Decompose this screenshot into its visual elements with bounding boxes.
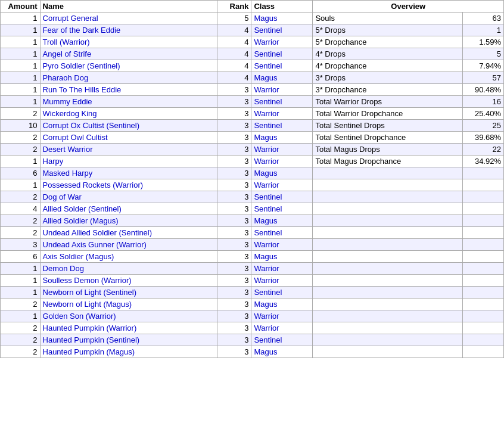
cell-class: Warrior bbox=[251, 263, 313, 275]
table-row: 4Allied Solder (Sentinel)3Sentinel bbox=[1, 203, 504, 215]
cell-name: Pyro Soldier (Sentinel) bbox=[40, 60, 217, 72]
cell-name: Allied Soldier (Magus) bbox=[40, 215, 217, 227]
cell-amount: 1 bbox=[1, 48, 41, 60]
cell-class: Sentinel bbox=[251, 60, 313, 72]
cell-overview-value: 25.40% bbox=[463, 108, 504, 120]
cell-name: Harpy bbox=[40, 156, 217, 167]
cell-overview-label bbox=[313, 322, 463, 334]
table-row: 2Newborn of Light (Magus)3Magus bbox=[1, 299, 504, 310]
cell-rank: 3 bbox=[217, 334, 251, 346]
cell-rank: 5 bbox=[217, 13, 251, 24]
cell-name: Corrupt Owl Cultist bbox=[40, 132, 217, 144]
cell-name: Soulless Demon (Warrior) bbox=[40, 275, 217, 287]
cell-overview-value bbox=[463, 334, 504, 346]
cell-amount: 1 bbox=[1, 36, 41, 48]
cell-class: Sentinel bbox=[251, 48, 313, 60]
table-row: 2Allied Soldier (Magus)3Magus bbox=[1, 215, 504, 227]
cell-overview-label bbox=[313, 263, 463, 275]
cell-rank: 4 bbox=[217, 60, 251, 72]
cell-amount: 10 bbox=[1, 120, 41, 132]
table-row: 1Newborn of Light (Sentinel)3Sentinel bbox=[1, 287, 504, 299]
cell-overview-label: 3* Drops bbox=[313, 72, 463, 84]
cell-overview-value: 16 bbox=[463, 96, 504, 108]
cell-amount: 1 bbox=[1, 24, 41, 36]
cell-overview-value bbox=[463, 275, 504, 287]
table-row: 2Corrupt Owl Cultist3MagusTotal Sentinel… bbox=[1, 132, 504, 144]
cell-overview-label bbox=[313, 203, 463, 215]
cell-overview-value: 57 bbox=[463, 72, 504, 84]
cell-amount: 2 bbox=[1, 334, 41, 346]
cell-overview-label bbox=[313, 215, 463, 227]
cell-class: Magus bbox=[251, 13, 313, 24]
cell-class: Magus bbox=[251, 251, 313, 263]
cell-overview-value bbox=[463, 167, 504, 179]
cell-class: Sentinel bbox=[251, 96, 313, 108]
cell-rank: 3 bbox=[217, 239, 251, 251]
cell-name: Haunted Pumpkin (Warrior) bbox=[40, 322, 217, 334]
cell-overview-label bbox=[313, 179, 463, 191]
cell-amount: 1 bbox=[1, 179, 41, 191]
cell-rank: 3 bbox=[217, 132, 251, 144]
cell-overview-label bbox=[313, 251, 463, 263]
table-row: 2Dog of War3Sentinel bbox=[1, 191, 504, 203]
cell-amount: 2 bbox=[1, 108, 41, 120]
cell-amount: 6 bbox=[1, 251, 41, 263]
cell-overview-label bbox=[313, 287, 463, 299]
cell-class: Warrior bbox=[251, 179, 313, 191]
cell-name: Troll (Warrior) bbox=[40, 36, 217, 48]
cell-rank: 3 bbox=[217, 191, 251, 203]
cell-overview-value: 22 bbox=[463, 144, 504, 156]
cell-overview-label: 4* Drops bbox=[313, 48, 463, 60]
cell-amount: 1 bbox=[1, 310, 41, 322]
cell-rank: 4 bbox=[217, 72, 251, 84]
cell-overview-value bbox=[463, 251, 504, 263]
cell-name: Pharaoh Dog bbox=[40, 72, 217, 84]
cell-overview-value bbox=[463, 310, 504, 322]
cell-class: Magus bbox=[251, 132, 313, 144]
cell-overview-label: 3* Dropchance bbox=[313, 84, 463, 96]
cell-class: Magus bbox=[251, 299, 313, 310]
cell-amount: 1 bbox=[1, 60, 41, 72]
cell-overview-value bbox=[463, 203, 504, 215]
cell-class: Warrior bbox=[251, 84, 313, 96]
cell-overview-value bbox=[463, 287, 504, 299]
cell-name: Desert Warrior bbox=[40, 144, 217, 156]
cell-overview-label bbox=[313, 227, 463, 239]
cell-class: Warrior bbox=[251, 322, 313, 334]
cell-name: Haunted Pumpkin (Sentinel) bbox=[40, 334, 217, 346]
table-row: 1Soulless Demon (Warrior)3Warrior bbox=[1, 275, 504, 287]
table-row: 1Run To The Hills Eddie3Warrior3* Dropch… bbox=[1, 84, 504, 96]
cell-overview-value: 1 bbox=[463, 24, 504, 36]
cell-rank: 4 bbox=[217, 24, 251, 36]
cell-overview-label: Souls bbox=[313, 13, 463, 24]
cell-amount: 1 bbox=[1, 96, 41, 108]
cell-amount: 1 bbox=[1, 275, 41, 287]
cell-name: Run To The Hills Eddie bbox=[40, 84, 217, 96]
cell-class: Warrior bbox=[251, 108, 313, 120]
cell-amount: 2 bbox=[1, 191, 41, 203]
table-row: 1Troll (Warrior)4Warrior5* Dropchance1.5… bbox=[1, 36, 504, 48]
cell-overview-value bbox=[463, 346, 504, 358]
cell-overview-value: 1.59% bbox=[463, 36, 504, 48]
cell-overview-label: Total Warrior Drops bbox=[313, 96, 463, 108]
cell-amount: 2 bbox=[1, 346, 41, 358]
cell-rank: 3 bbox=[217, 156, 251, 167]
cell-class: Warrior bbox=[251, 239, 313, 251]
cell-class: Magus bbox=[251, 215, 313, 227]
table-row: 1Fear of the Dark Eddie4Sentinel5* Drops… bbox=[1, 24, 504, 36]
cell-class: Sentinel bbox=[251, 203, 313, 215]
cell-rank: 3 bbox=[217, 251, 251, 263]
cell-name: Mummy Eddie bbox=[40, 96, 217, 108]
table-row: 1Corrupt General5MagusSouls63 bbox=[1, 13, 504, 24]
cell-name: Axis Soldier (Magus) bbox=[40, 251, 217, 263]
cell-amount: 1 bbox=[1, 84, 41, 96]
cell-overview-label: Total Warrior Dropchance bbox=[313, 108, 463, 120]
cell-name: Newborn of Light (Magus) bbox=[40, 299, 217, 310]
cell-overview-value: 5 bbox=[463, 48, 504, 60]
table-row: 2Haunted Pumpkin (Warrior)3Warrior bbox=[1, 322, 504, 334]
cell-amount: 4 bbox=[1, 203, 41, 215]
cell-overview-value bbox=[463, 239, 504, 251]
cell-amount: 2 bbox=[1, 322, 41, 334]
cell-class: Warrior bbox=[251, 144, 313, 156]
cell-class: Warrior bbox=[251, 310, 313, 322]
